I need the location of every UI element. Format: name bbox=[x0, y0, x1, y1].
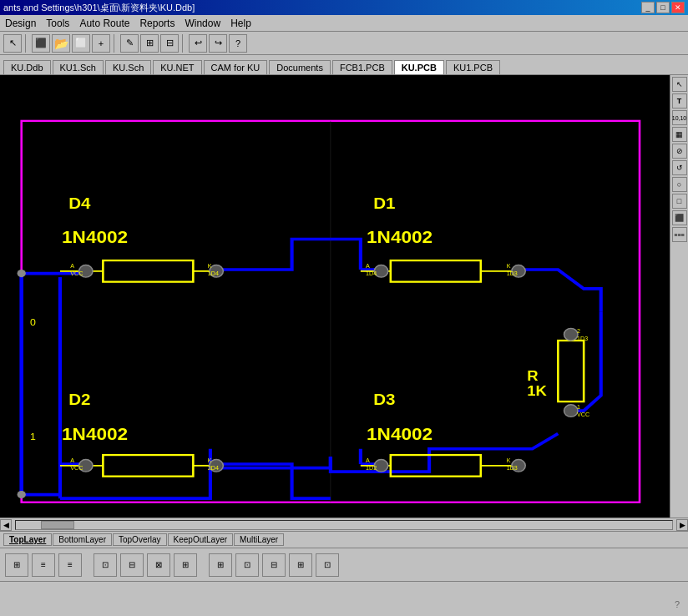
bt-btn10[interactable]: ⊟ bbox=[262, 553, 286, 577]
hscroll-thumb[interactable] bbox=[41, 521, 74, 529]
toolbar-zoom[interactable]: + bbox=[92, 34, 110, 53]
svg-text:R: R bbox=[527, 367, 539, 383]
rt-rotate2[interactable]: ↺ bbox=[672, 160, 687, 175]
bt-btn9[interactable]: ⊡ bbox=[235, 553, 259, 577]
rt-lines[interactable]: ≡≡≡ bbox=[672, 227, 687, 242]
hscroll[interactable]: ◀ ▶ bbox=[0, 518, 688, 531]
main-area: D4 1N4002 D1 1N4002 D2 1N4002 D3 1N4002 … bbox=[0, 75, 688, 518]
toolbar-arrow[interactable]: ↖ bbox=[3, 34, 22, 53]
tab-documents[interactable]: Documents bbox=[269, 60, 331, 74]
toolbar-redo[interactable]: ↪ bbox=[209, 34, 227, 53]
toolbar-component[interactable]: ⊞ bbox=[140, 34, 159, 53]
bt-btn1[interactable]: ⊞ bbox=[5, 553, 28, 577]
menubar: Design Tools Auto Route Reports Window H… bbox=[0, 15, 688, 32]
layer-keepout[interactable]: KeepOutLayer bbox=[168, 533, 234, 546]
help-indicator[interactable]: ? bbox=[675, 599, 680, 609]
titlebar-buttons: _ □ ✕ bbox=[641, 2, 685, 13]
tab-ku-ddb[interactable]: KU.Ddb bbox=[3, 60, 51, 74]
toolbar-pencil[interactable]: ✎ bbox=[120, 34, 139, 53]
pcb-container[interactable]: D4 1N4002 D1 1N4002 D2 1N4002 D3 1N4002 … bbox=[0, 75, 670, 518]
hscroll-right[interactable]: ▶ bbox=[676, 519, 688, 531]
menu-autoroute[interactable]: Auto Route bbox=[74, 16, 134, 31]
svg-text:1D3: 1D3 bbox=[577, 336, 588, 341]
svg-text:1: 1 bbox=[30, 431, 36, 441]
bt-btn11[interactable]: ⊞ bbox=[289, 553, 312, 577]
bottom-toolbar: ⊞ ≡ ≡ ⊡ ⊟ ⊠ ⊞ ⊞ ⊡ ⊟ ⊞ ⊡ bbox=[0, 548, 688, 581]
close-button[interactable]: ✕ bbox=[671, 2, 685, 13]
svg-text:VCC: VCC bbox=[70, 271, 83, 277]
toolbar-component2[interactable]: ⊟ bbox=[160, 34, 179, 53]
tab-ku-net[interactable]: KU.NET bbox=[153, 60, 201, 74]
svg-point-4 bbox=[18, 270, 26, 277]
svg-text:2: 2 bbox=[577, 328, 580, 334]
toolbar-open[interactable]: 📂 bbox=[52, 34, 70, 53]
bt-btn2[interactable]: ≡ bbox=[32, 553, 55, 577]
rt-solid[interactable]: ⬛ bbox=[672, 210, 687, 225]
svg-text:1N4002: 1N4002 bbox=[367, 228, 433, 247]
rt-fill[interactable]: ▦ bbox=[672, 127, 687, 142]
bt-btn6[interactable]: ⊠ bbox=[147, 553, 170, 577]
rt-rotate[interactable]: ⊘ bbox=[672, 144, 687, 159]
svg-text:K: K bbox=[208, 458, 212, 464]
menu-design[interactable]: Design bbox=[0, 16, 41, 31]
bt-btn3[interactable]: ≡ bbox=[58, 553, 82, 577]
minimize-button[interactable]: _ bbox=[641, 2, 655, 13]
svg-text:1D4: 1D4 bbox=[208, 271, 219, 277]
tab-ku-pcb[interactable]: KU.PCB bbox=[394, 60, 444, 74]
tabbar: KU.Ddb KU1.Sch KU.Sch KU.NET CAM for KU … bbox=[0, 55, 688, 75]
layer-bottom[interactable]: BottomLayer bbox=[53, 533, 112, 546]
svg-text:1N4002: 1N4002 bbox=[367, 425, 433, 444]
toolbar-select[interactable]: ⬜ bbox=[72, 34, 90, 53]
toolbar-sep3 bbox=[182, 34, 185, 53]
tab-ku1-pcb[interactable]: KU1.PCB bbox=[446, 60, 500, 74]
tab-ku1-sch[interactable]: KU1.Sch bbox=[53, 60, 104, 74]
svg-text:A: A bbox=[70, 264, 74, 270]
bt-btn5[interactable]: ⊟ bbox=[120, 553, 144, 577]
hscroll-left[interactable]: ◀ bbox=[0, 519, 12, 531]
bt-btn8[interactable]: ⊞ bbox=[209, 553, 232, 577]
svg-text:A: A bbox=[366, 458, 370, 464]
toolbar-help[interactable]: ? bbox=[229, 34, 247, 53]
svg-text:1: 1 bbox=[577, 405, 580, 411]
menu-tools[interactable]: Tools bbox=[41, 16, 74, 31]
maximize-button[interactable]: □ bbox=[656, 2, 670, 13]
toolbar-new[interactable]: ⬛ bbox=[32, 34, 50, 53]
svg-point-5 bbox=[18, 491, 26, 498]
tab-fcb1-pcb[interactable]: FCB1.PCB bbox=[332, 60, 392, 74]
svg-text:1D3: 1D3 bbox=[507, 466, 518, 472]
svg-text:K: K bbox=[507, 264, 511, 270]
toolbar: ↖ ⬛ 📂 ⬜ + ✎ ⊞ ⊟ ↩ ↪ ? bbox=[0, 32, 688, 55]
svg-text:D4: D4 bbox=[68, 194, 90, 212]
layer-tabs: TopLayer BottomLayer TopOverlay KeepOutL… bbox=[0, 531, 688, 548]
rt-circle[interactable]: ○ bbox=[672, 177, 687, 192]
titlebar: ants and Settings\h301\桌面\新资料夹\KU.Ddb] _… bbox=[0, 0, 688, 15]
toolbar-undo[interactable]: ↩ bbox=[189, 34, 207, 53]
tab-cam-for-ku[interactable]: CAM for KU bbox=[204, 60, 268, 74]
layer-multi[interactable]: MultiLayer bbox=[234, 533, 284, 546]
svg-text:D1: D1 bbox=[373, 194, 395, 212]
rt-rect[interactable]: □ bbox=[672, 194, 687, 209]
rt-cursor[interactable]: ↖ bbox=[672, 77, 687, 92]
menu-help[interactable]: Help bbox=[225, 16, 256, 31]
svg-text:1D2: 1D2 bbox=[366, 466, 377, 472]
statusbar: ? bbox=[0, 581, 688, 601]
svg-text:0: 0 bbox=[30, 316, 36, 326]
bt-btn7[interactable]: ⊞ bbox=[174, 553, 197, 577]
rt-grid[interactable]: 10,10 bbox=[672, 110, 687, 125]
tab-ku-sch[interactable]: KU.Sch bbox=[105, 60, 151, 74]
menu-reports[interactable]: Reports bbox=[134, 16, 180, 31]
svg-text:K: K bbox=[208, 264, 212, 270]
hscroll-track[interactable] bbox=[15, 520, 673, 530]
right-toolbar: ↖ T 10,10 ▦ ⊘ ↺ ○ □ ⬛ ≡≡≡ bbox=[670, 75, 688, 518]
rt-text[interactable]: T bbox=[672, 93, 687, 109]
svg-text:1D3: 1D3 bbox=[507, 271, 518, 277]
bt-btn4[interactable]: ⊡ bbox=[94, 553, 117, 577]
svg-point-28 bbox=[564, 405, 578, 417]
bt-btn12[interactable]: ⊡ bbox=[316, 553, 339, 577]
toolbar-sep2 bbox=[114, 34, 117, 53]
layer-top[interactable]: TopLayer bbox=[3, 533, 52, 546]
menu-window[interactable]: Window bbox=[180, 16, 225, 31]
svg-text:1K: 1K bbox=[527, 383, 547, 399]
layer-topoverlay[interactable]: TopOverlay bbox=[113, 533, 167, 546]
svg-text:VCC: VCC bbox=[70, 466, 83, 472]
